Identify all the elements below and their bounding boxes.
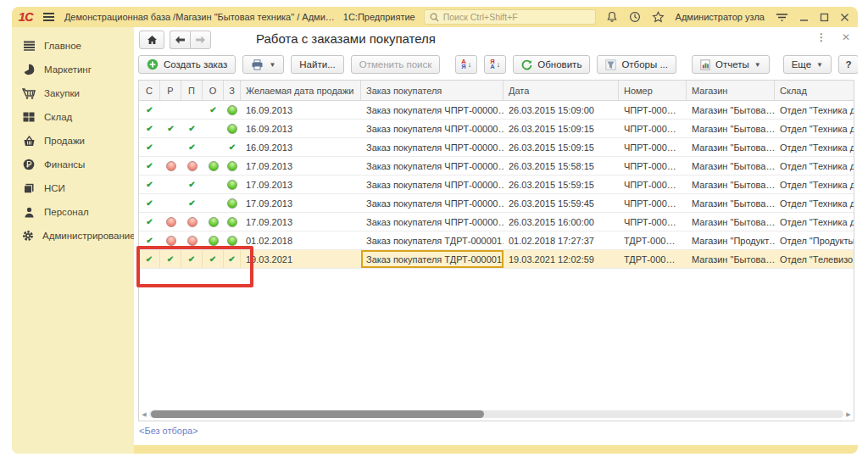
cell-warehouse[interactable]: Отдел "Техника д xyxy=(775,101,854,119)
cell-store[interactable]: Магазин "Бытова… xyxy=(687,101,775,119)
cell-order[interactable]: Заказ покупателя ЧПРТ-00000… xyxy=(361,176,504,193)
cell-order[interactable]: Заказ покупателя ЧПРТ-00000… xyxy=(361,120,504,137)
column-header-6[interactable]: Желаемая дата продажи xyxy=(241,81,361,100)
column-header-9[interactable]: Номер xyxy=(619,81,687,100)
table-row[interactable]: ✔✔17.09.2013Заказ покупателя ЧПРТ-00000…… xyxy=(139,194,854,213)
close-window-button[interactable] xyxy=(840,13,849,22)
sidebar-item-6[interactable]: Финансы xyxy=(12,153,134,176)
status-cell[interactable]: ✔ xyxy=(203,250,224,268)
status-cell[interactable] xyxy=(224,213,241,231)
status-cell[interactable] xyxy=(181,213,203,231)
cell-order[interactable]: Заказ покупателя ЧПРТ-00000… xyxy=(361,194,504,212)
sidebar-item-9[interactable]: Администрирование xyxy=(12,224,134,248)
status-cell[interactable]: ✔ xyxy=(181,176,203,193)
status-cell[interactable] xyxy=(160,138,181,156)
scroll-right-icon[interactable]: ▶ xyxy=(845,411,852,418)
status-cell[interactable]: ✔ xyxy=(181,138,203,156)
cell-store[interactable]: Магазин "Бытова… xyxy=(687,250,775,268)
status-cell[interactable] xyxy=(203,138,224,156)
status-cell[interactable]: ✔ xyxy=(139,213,160,231)
cell-store[interactable]: Магазин "Бытова… xyxy=(687,157,775,175)
status-cell[interactable] xyxy=(160,231,181,249)
status-cell[interactable] xyxy=(203,157,224,175)
cell-store[interactable]: Магазин "Бытова… xyxy=(687,120,775,137)
cell-order[interactable]: Заказ покупателя ЧПРТ-00000… xyxy=(361,157,504,175)
status-cell[interactable] xyxy=(203,120,224,137)
table-row[interactable]: ✔01.02.2018Заказ покупателя ТДРТ-000001…… xyxy=(139,231,854,250)
status-cell[interactable]: ✔ xyxy=(139,194,160,212)
status-cell[interactable]: ✔ xyxy=(139,250,160,268)
cell-warehouse[interactable]: Отдел "Техника д xyxy=(775,138,854,156)
minimize-button[interactable] xyxy=(799,13,809,22)
star-icon[interactable] xyxy=(652,11,665,23)
cell-date[interactable]: 26.03.2015 15:59:15 xyxy=(504,176,619,193)
cell-desired_date[interactable]: 17.09.2013 xyxy=(241,213,361,231)
status-cell[interactable] xyxy=(181,157,203,175)
cell-store[interactable]: Магазин "Бытова… xyxy=(687,213,775,231)
history-icon[interactable] xyxy=(629,11,641,23)
cell-date[interactable]: 26.03.2015 15:58:15 xyxy=(504,157,619,175)
horizontal-scrollbar[interactable]: ◀ ▶ xyxy=(141,410,852,419)
close-panel-icon[interactable]: ✕ xyxy=(842,31,850,43)
sidebar-item-4[interactable]: Склад xyxy=(12,105,134,129)
cell-warehouse[interactable]: Отдел "Телевизо xyxy=(775,250,854,268)
cell-store[interactable]: Магазин "Бытова… xyxy=(687,138,775,156)
column-header-10[interactable]: Магазин xyxy=(687,81,775,100)
cell-date[interactable]: 26.03.2015 15:59:45 xyxy=(504,194,619,212)
status-cell[interactable]: ✔ xyxy=(181,194,203,212)
column-header-5[interactable]: З xyxy=(224,81,241,100)
service-menu-icon[interactable] xyxy=(776,12,788,22)
cell-desired_date[interactable]: 17.09.2013 xyxy=(241,157,361,175)
current-user[interactable]: Администратор узла xyxy=(676,12,765,22)
status-cell[interactable] xyxy=(224,120,241,137)
cell-desired_date[interactable]: 17.09.2013 xyxy=(241,194,361,212)
forward-button[interactable] xyxy=(190,31,211,49)
create-order-button[interactable]: Создать заказ xyxy=(138,55,236,74)
cell-store[interactable]: Магазин "Бытова… xyxy=(687,176,775,193)
cell-date[interactable]: 26.03.2015 16:00:00 xyxy=(504,213,619,231)
status-cell[interactable]: ✔ xyxy=(160,250,181,268)
filters-button[interactable]: Отборы ... xyxy=(597,55,676,74)
status-cell[interactable] xyxy=(203,213,224,231)
cell-desired_date[interactable]: 17.09.2013 xyxy=(241,176,361,193)
column-header-2[interactable]: Р xyxy=(160,81,181,100)
global-search-input[interactable]: Поиск Ctrl+Shift+F xyxy=(424,9,596,25)
status-cell[interactable] xyxy=(224,231,241,249)
status-cell[interactable] xyxy=(181,231,203,249)
status-cell[interactable]: ✔ xyxy=(139,176,160,193)
cell-warehouse[interactable]: Отдел "Техника д xyxy=(775,120,854,137)
cell-warehouse[interactable]: Отдел "Техника д xyxy=(775,157,854,175)
status-cell[interactable] xyxy=(224,101,241,119)
cell-store[interactable]: Магазин "Бытова… xyxy=(687,194,775,212)
status-cell[interactable] xyxy=(203,194,224,212)
status-cell[interactable] xyxy=(160,176,181,193)
cell-number[interactable]: ЧПРТ-000… xyxy=(619,176,687,193)
status-cell[interactable]: ✔ xyxy=(224,250,241,268)
table-row[interactable]: ✔✔✔✔✔19.03.2021Заказ покупателя ТДРТ-000… xyxy=(139,250,854,269)
cell-store[interactable]: Магазин "Продукт… xyxy=(687,231,775,249)
cell-desired_date[interactable]: 16.09.2013 xyxy=(241,101,361,119)
cell-number[interactable]: ЧПРТ-000… xyxy=(619,138,687,156)
cell-date[interactable]: 26.03.2015 15:09:15 xyxy=(504,120,619,137)
status-cell[interactable] xyxy=(203,231,224,249)
table-row[interactable]: ✔17.09.2013Заказ покупателя ЧПРТ-00000…2… xyxy=(139,213,854,231)
no-filter-link[interactable]: <Без отбора> xyxy=(139,426,198,436)
back-button[interactable] xyxy=(170,31,190,49)
status-cell[interactable]: ✔ xyxy=(139,120,160,137)
status-cell[interactable]: ✔ xyxy=(181,250,203,268)
cell-desired_date[interactable]: 01.02.2018 xyxy=(241,231,361,249)
sort-descending-button[interactable]: ЯА↓ xyxy=(484,55,506,74)
column-header-3[interactable]: П xyxy=(181,81,203,100)
refresh-button[interactable]: Обновить xyxy=(513,55,590,74)
table-row[interactable]: ✔✔17.09.2013Заказ покупателя ЧПРТ-00000…… xyxy=(139,176,854,194)
cell-order[interactable]: Заказ покупателя ЧПРТ-00000… xyxy=(361,101,504,119)
maximize-button[interactable] xyxy=(820,13,829,22)
cell-order[interactable]: Заказ покупателя ЧПРТ-00000… xyxy=(361,213,504,231)
reports-button[interactable]: Отчеты▼ xyxy=(692,55,770,74)
cancel-search-button[interactable]: Отменить поиск xyxy=(351,55,441,74)
more-button[interactable]: Еще▼ xyxy=(783,55,832,74)
status-cell[interactable]: ✔ xyxy=(139,101,160,119)
cell-order[interactable]: Заказ покупателя ТДРТ-000001… xyxy=(361,250,504,268)
cell-warehouse[interactable]: Отдел "Продукты xyxy=(775,231,854,249)
table-row[interactable]: ✔✔✔16.09.2013Заказ покупателя ЧПРТ-00000… xyxy=(139,120,854,138)
